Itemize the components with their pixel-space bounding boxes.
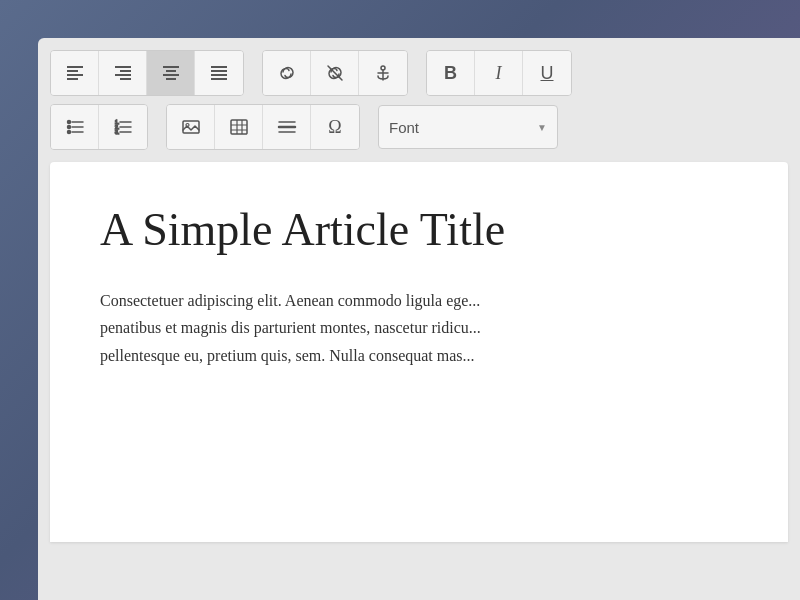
- italic-button[interactable]: I: [475, 51, 523, 95]
- insert-image-button[interactable]: [167, 105, 215, 149]
- svg-text:3.: 3.: [115, 129, 119, 135]
- link-button[interactable]: [263, 51, 311, 95]
- underline-button[interactable]: U: [523, 51, 571, 95]
- unordered-list-button[interactable]: [51, 105, 99, 149]
- editor-container: B I U 1. 2.: [38, 38, 800, 600]
- alignment-group: [50, 50, 244, 96]
- links-group: [262, 50, 408, 96]
- bold-button[interactable]: B: [427, 51, 475, 95]
- svg-rect-34: [231, 120, 247, 134]
- svg-point-22: [67, 126, 70, 129]
- anchor-button[interactable]: [359, 51, 407, 95]
- align-right-button[interactable]: [99, 51, 147, 95]
- ordered-list-button[interactable]: 1. 2. 3.: [99, 105, 147, 149]
- svg-point-24: [67, 131, 70, 134]
- horizontal-rule-button[interactable]: [263, 105, 311, 149]
- align-center-button[interactable]: [147, 51, 195, 95]
- article-body: Consectetuer adipiscing elit. Aenean com…: [100, 287, 738, 369]
- article-paragraph: Consectetuer adipiscing elit. Aenean com…: [100, 287, 738, 314]
- lists-group: 1. 2. 3.: [50, 104, 148, 150]
- toolbar-row-2: 1. 2. 3.: [50, 104, 788, 150]
- content-area: A Simple Article Title Consectetuer adip…: [50, 162, 788, 542]
- font-dropdown-label: Font: [389, 119, 419, 136]
- chevron-down-icon: ▼: [537, 122, 547, 133]
- article-paragraph-2: penatibus et magnis dis parturient monte…: [100, 314, 738, 341]
- article-title: A Simple Article Title: [100, 202, 738, 257]
- special-char-button[interactable]: Ω: [311, 105, 359, 149]
- align-left-button[interactable]: [51, 51, 99, 95]
- insert-group: Ω: [166, 104, 360, 150]
- text-format-group: B I U: [426, 50, 572, 96]
- svg-point-20: [67, 121, 70, 124]
- font-dropdown[interactable]: Font ▼: [378, 105, 558, 149]
- article-paragraph-3: pellentesque eu, pretium quis, sem. Null…: [100, 342, 738, 369]
- justify-button[interactable]: [195, 51, 243, 95]
- insert-table-button[interactable]: [215, 105, 263, 149]
- unlink-button[interactable]: [311, 51, 359, 95]
- toolbar-row-1: B I U: [50, 50, 788, 96]
